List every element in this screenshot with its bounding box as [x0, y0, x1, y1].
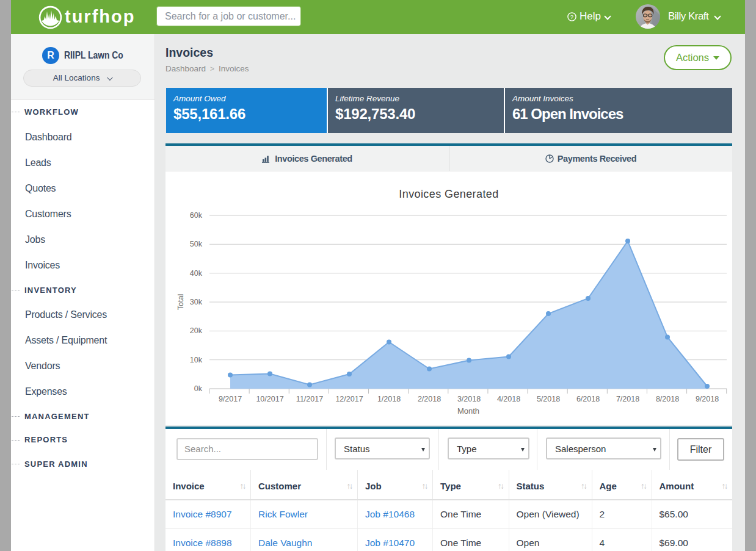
svg-text:Month: Month — [457, 406, 479, 416]
svg-text:50k: 50k — [190, 240, 203, 248]
svg-text:9/2017: 9/2017 — [219, 395, 242, 403]
svg-text:10/2017: 10/2017 — [256, 395, 283, 403]
svg-text:8/2018: 8/2018 — [656, 395, 679, 403]
svg-text:4/2018: 4/2018 — [497, 395, 520, 403]
svg-text:30k: 30k — [190, 298, 203, 306]
svg-text:2/2018: 2/2018 — [418, 395, 441, 403]
svg-text:11/2017: 11/2017 — [296, 395, 323, 403]
svg-text:3/2018: 3/2018 — [457, 395, 481, 403]
svg-text:Invoices Generated: Invoices Generated — [399, 188, 498, 200]
svg-text:Total: Total — [176, 294, 185, 310]
svg-text:60k: 60k — [190, 211, 203, 220]
svg-text:?: ? — [570, 13, 573, 20]
svg-text:6/2018: 6/2018 — [576, 395, 600, 403]
svg-text:7/2018: 7/2018 — [616, 395, 639, 403]
svg-text:10k: 10k — [190, 356, 203, 364]
svg-text:9/2018: 9/2018 — [696, 395, 719, 403]
svg-text:20k: 20k — [190, 326, 203, 335]
svg-text:0k: 0k — [194, 384, 203, 393]
svg-text:40k: 40k — [190, 269, 203, 278]
svg-text:5/2018: 5/2018 — [537, 395, 560, 403]
svg-text:12/2017: 12/2017 — [335, 395, 363, 403]
svg-text:1/2018: 1/2018 — [377, 395, 401, 403]
